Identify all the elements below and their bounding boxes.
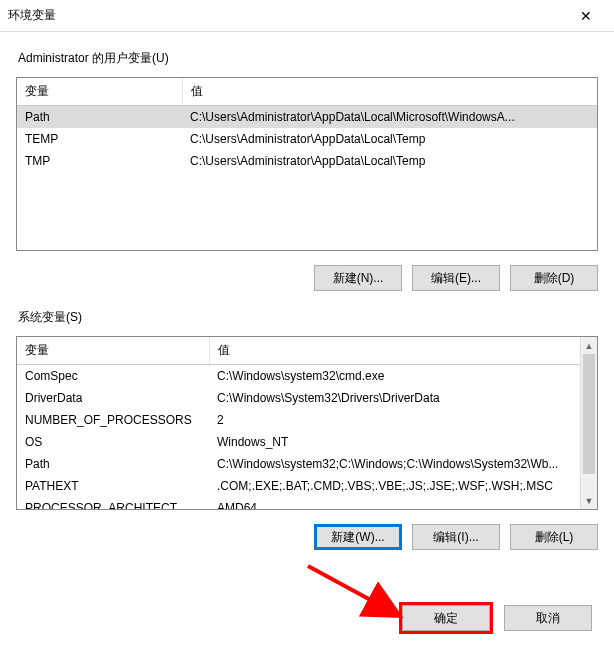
window-title: 环境变量 <box>8 7 56 24</box>
cell-val: AMD64 <box>209 497 580 510</box>
cell-val: C:\Users\Administrator\AppData\Local\Tem… <box>182 128 597 150</box>
table-row[interactable]: PROCESSOR_ARCHITECT... AMD64 <box>17 497 580 510</box>
cell-val: C:\Users\Administrator\AppData\Local\Tem… <box>182 150 597 172</box>
cell-val: C:\Windows\System32\Drivers\DriverData <box>209 387 580 409</box>
user-variables-list[interactable]: 变量 值 Path C:\Users\Administrator\AppData… <box>16 77 598 251</box>
user-edit-button[interactable]: 编辑(E)... <box>412 265 500 291</box>
cell-var: TMP <box>17 150 182 172</box>
user-new-button[interactable]: 新建(N)... <box>314 265 402 291</box>
user-variables-label: Administrator 的用户变量(U) <box>16 50 598 67</box>
scrollbar[interactable]: ▲ ▼ <box>580 337 597 509</box>
cell-var: Path <box>17 453 209 475</box>
cell-val: C:\Windows\system32;C:\Windows;C:\Window… <box>209 453 580 475</box>
cell-var: Path <box>17 106 182 129</box>
cell-val: Windows_NT <box>209 431 580 453</box>
scroll-thumb[interactable] <box>583 354 595 474</box>
user-variables-table: 变量 值 Path C:\Users\Administrator\AppData… <box>17 78 597 172</box>
user-delete-button[interactable]: 删除(D) <box>510 265 598 291</box>
scroll-down-icon[interactable]: ▼ <box>581 492 597 509</box>
cell-var: DriverData <box>17 387 209 409</box>
user-variables-group: Administrator 的用户变量(U) 变量 值 Path C:\User <box>16 50 598 291</box>
cell-var: PROCESSOR_ARCHITECT... <box>17 497 209 510</box>
table-row[interactable]: TEMP C:\Users\Administrator\AppData\Loca… <box>17 128 597 150</box>
system-variables-table: 变量 值 ComSpec C:\Windows\system32\cmd.exe… <box>17 337 580 510</box>
cancel-button[interactable]: 取消 <box>504 605 592 631</box>
table-row[interactable]: DriverData C:\Windows\System32\Drivers\D… <box>17 387 580 409</box>
table-row[interactable]: NUMBER_OF_PROCESSORS 2 <box>17 409 580 431</box>
dialog-content: Administrator 的用户变量(U) 变量 值 Path C:\User <box>0 50 614 556</box>
cell-var: TEMP <box>17 128 182 150</box>
close-icon[interactable]: ✕ <box>566 2 606 30</box>
cell-var: OS <box>17 431 209 453</box>
system-edit-button[interactable]: 编辑(I)... <box>412 524 500 550</box>
system-variables-list[interactable]: 变量 值 ComSpec C:\Windows\system32\cmd.exe… <box>16 336 598 510</box>
cell-val: .COM;.EXE;.BAT;.CMD;.VBS;.VBE;.JS;.JSE;.… <box>209 475 580 497</box>
scroll-up-icon[interactable]: ▲ <box>581 337 597 354</box>
cell-val: C:\Users\Administrator\AppData\Local\Mic… <box>182 106 597 129</box>
user-col-variable[interactable]: 变量 <box>17 78 182 106</box>
table-row[interactable]: Path C:\Users\Administrator\AppData\Loca… <box>17 106 597 129</box>
dialog-buttons: 确定 取消 <box>386 589 614 647</box>
titlebar: 环境变量 ✕ <box>0 0 614 32</box>
system-buttons: 新建(W)... 编辑(I)... 删除(L) <box>16 524 598 550</box>
system-delete-button[interactable]: 删除(L) <box>510 524 598 550</box>
cell-val: C:\Windows\system32\cmd.exe <box>209 365 580 388</box>
table-row[interactable]: ComSpec C:\Windows\system32\cmd.exe <box>17 365 580 388</box>
sys-col-value[interactable]: 值 <box>209 337 580 365</box>
cell-var: NUMBER_OF_PROCESSORS <box>17 409 209 431</box>
sys-col-variable[interactable]: 变量 <box>17 337 209 365</box>
cell-val: 2 <box>209 409 580 431</box>
table-row[interactable]: Path C:\Windows\system32;C:\Windows;C:\W… <box>17 453 580 475</box>
user-col-value[interactable]: 值 <box>182 78 597 106</box>
system-variables-group: 系统变量(S) 变量 值 ComSpec C:\Windows\system32 <box>16 309 598 550</box>
table-row[interactable]: TMP C:\Users\Administrator\AppData\Local… <box>17 150 597 172</box>
cell-var: ComSpec <box>17 365 209 388</box>
system-variables-label: 系统变量(S) <box>16 309 598 326</box>
table-row[interactable]: PATHEXT .COM;.EXE;.BAT;.CMD;.VBS;.VBE;.J… <box>17 475 580 497</box>
ok-button[interactable]: 确定 <box>402 605 490 631</box>
cell-var: PATHEXT <box>17 475 209 497</box>
system-new-button[interactable]: 新建(W)... <box>314 524 402 550</box>
user-buttons: 新建(N)... 编辑(E)... 删除(D) <box>16 265 598 291</box>
table-row[interactable]: OS Windows_NT <box>17 431 580 453</box>
